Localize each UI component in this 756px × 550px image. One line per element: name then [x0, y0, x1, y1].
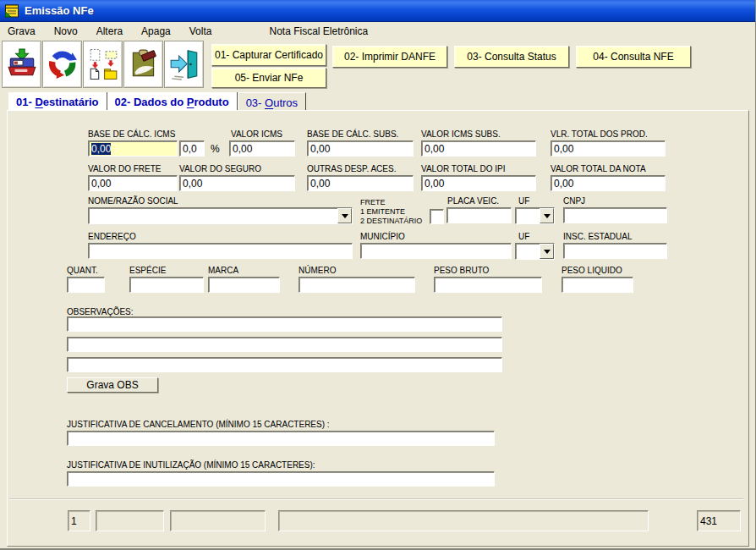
especie-label: ESPÉCIE: [129, 266, 166, 275]
razao-social-label: NOME/RAZÃO SOCIAL: [88, 196, 178, 206]
tab-destinatario[interactable]: 01- Destinatário: [8, 92, 107, 111]
status-field-1[interactable]: [68, 510, 90, 531]
chevron-down-icon: [342, 214, 348, 218]
aliquota-field[interactable]: [179, 140, 205, 157]
exit-door-icon: [168, 48, 200, 80]
valor-frete-label: VALOR DO FRETE: [88, 164, 162, 173]
tab-dados-do-produto[interactable]: 02- Dados do Produto: [107, 92, 238, 111]
toolbar-button-grava[interactable]: [2, 41, 41, 88]
razao-social-dropdown-button[interactable]: [337, 208, 352, 223]
cnpj-field[interactable]: [563, 207, 667, 223]
capturar-certificado-button[interactable]: 01- Capturar Certificado: [211, 44, 326, 66]
status-field-2[interactable]: [96, 510, 164, 531]
menu-apaga[interactable]: Apaga: [140, 24, 173, 39]
base-calc-icms-field[interactable]: 0,00: [88, 140, 178, 157]
valor-nota-field[interactable]: [551, 175, 666, 191]
razao-social-combobox[interactable]: [88, 207, 353, 224]
valor-icms-field[interactable]: [229, 140, 295, 157]
consulta-status-button[interactable]: 03- Consulta Status: [454, 46, 569, 68]
municipio-field[interactable]: [360, 243, 512, 259]
base-calc-subs-field[interactable]: [307, 140, 414, 157]
toolbar-button-apaga[interactable]: [123, 41, 163, 88]
especie-field[interactable]: [129, 277, 204, 293]
base-calc-icms-label: BASE DE CÁLC. ICMS: [88, 129, 175, 139]
marca-label: MARCA: [208, 266, 238, 275]
peso-bruto-field[interactable]: [434, 277, 542, 293]
menu-nota-fiscal-eletronica[interactable]: Nota Fiscal Eletrônica: [267, 24, 370, 39]
clipboard-eraser-icon: [128, 48, 160, 80]
marca-field[interactable]: [208, 277, 280, 293]
outras-desp-label: OUTRAS DESP. ACES.: [307, 164, 396, 173]
toolbar-button-novo[interactable]: [42, 41, 82, 88]
uf-dest-dropdown-button[interactable]: [540, 244, 554, 259]
grava-obs-button[interactable]: Grava OBS: [67, 377, 158, 393]
copy-icon: [87, 48, 119, 80]
status-field-3[interactable]: [170, 510, 266, 531]
imprimir-danfe-button[interactable]: 02- Imprimir DANFE: [332, 46, 447, 68]
consulta-nfe-button[interactable]: 04- Consulta NFE: [576, 46, 691, 68]
divider: [9, 498, 743, 500]
frete-destinatario-label: 2 DESTINATÁRIO: [360, 217, 422, 225]
outras-desp-field[interactable]: [307, 175, 414, 191]
uf-veic-dropdown-button[interactable]: [540, 208, 554, 223]
endereco-field[interactable]: [88, 243, 353, 259]
refresh-icon: [47, 48, 79, 80]
peso-bruto-label: PESO BRUTO: [434, 266, 489, 275]
window-title: Emissão NFe: [25, 4, 94, 17]
menu-grava[interactable]: Grava: [6, 24, 37, 39]
status-field-5[interactable]: [697, 510, 741, 531]
placa-veic-label: PLACA VEIC.: [447, 196, 499, 206]
numero-field[interactable]: [299, 277, 415, 293]
justificativa-cancelamento-field[interactable]: [67, 431, 495, 446]
observacoes-line3-field[interactable]: [67, 357, 502, 372]
chevron-down-icon: [544, 250, 551, 254]
peso-liquido-field[interactable]: [562, 277, 633, 293]
percent-label: %: [211, 143, 220, 155]
frete-tipo-field[interactable]: [430, 209, 444, 224]
frete-emitente-label: 1 EMITENTE: [360, 207, 405, 216]
cnpj-label: CNPJ: [563, 196, 585, 206]
vlr-total-prod-label: VLR. TOTAL DOS PROD.: [551, 129, 648, 139]
toolbar-button-volta[interactable]: [164, 41, 204, 88]
app-icon: [4, 3, 19, 19]
observacoes-line2-field[interactable]: [67, 337, 502, 352]
menu-novo[interactable]: Novo: [52, 24, 79, 39]
quant-field[interactable]: [67, 277, 105, 293]
valor-icms-subs-field[interactable]: [421, 140, 536, 157]
peso-liquido-label: PESO LIQUIDO: [562, 266, 622, 275]
chevron-down-icon: [544, 214, 551, 218]
menu-volta[interactable]: Volta: [188, 24, 214, 39]
uf-veic-label: UF: [518, 196, 529, 206]
valor-ipi-label: VALOR TOTAL DO IPI: [421, 164, 505, 173]
base-calc-subs-label: BASE DE CÁLC. SUBS.: [307, 129, 398, 139]
placa-veic-field[interactable]: [446, 207, 512, 223]
toolbar: 01- Capturar Certificado 05- Enviar NFe …: [0, 40, 756, 91]
save-icon: [6, 48, 38, 80]
tab-page-outros: BASE DE CÁLC. ICMS VALOR ICMS BASE DE CÁ…: [7, 110, 749, 547]
observacoes-label: OBSERVAÇÕES:: [67, 307, 134, 316]
enviar-nfe-button[interactable]: 05- Enviar NFe: [211, 68, 326, 88]
insc-estadual-field[interactable]: [563, 243, 667, 259]
valor-ipi-field[interactable]: [421, 175, 536, 191]
vlr-total-prod-field[interactable]: [551, 140, 666, 157]
menu-altera[interactable]: Altera: [95, 24, 124, 39]
uf-veic-combobox[interactable]: [515, 207, 555, 224]
valor-frete-field[interactable]: [88, 175, 178, 191]
justificativa-inutilizacao-label: JUSTIFICATIVA DE INUTILIZAÇÃO (MÍNIMO 15…: [67, 460, 315, 470]
uf-dest-combobox[interactable]: [515, 243, 555, 260]
tab-outros[interactable]: 03- Outros: [238, 92, 306, 112]
title-bar[interactable]: Emissão NFe: [0, 0, 756, 22]
municipio-label: MUNICÍPIO: [360, 232, 405, 241]
valor-seguro-field[interactable]: [179, 175, 295, 191]
toolbar-button-altera[interactable]: [83, 41, 123, 88]
justificativa-cancelamento-label: JUSTIFICATIVA DE CANCELAMENTO (MÍNIMO 15…: [67, 420, 330, 429]
justificativa-inutilizacao-field[interactable]: [67, 471, 495, 487]
quant-label: QUANT.: [67, 266, 98, 275]
valor-seguro-label: VALOR DO SEGURO: [179, 164, 261, 173]
observacoes-line1-field[interactable]: [67, 316, 502, 332]
numero-label: NÚMERO: [299, 266, 336, 275]
menu-bar: Grava Novo Altera Apaga Volta Nota Fisca…: [0, 23, 756, 40]
status-field-4[interactable]: [278, 510, 649, 531]
insc-estadual-label: INSC. ESTADUAL: [563, 232, 633, 241]
frete-label: FRETE: [360, 198, 386, 206]
